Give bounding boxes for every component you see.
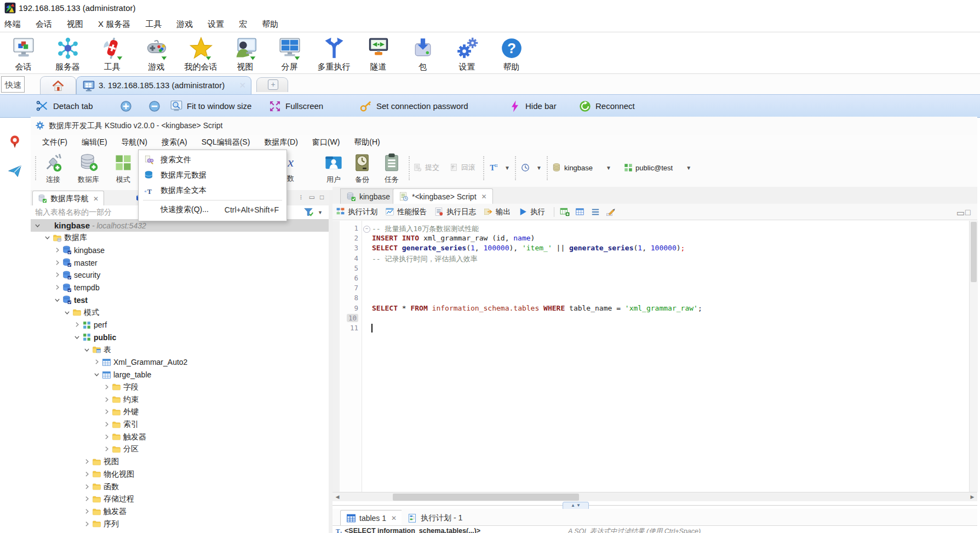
kstudio-menu-3[interactable]: 搜索(A): [154, 137, 194, 147]
chevron-collapsed-icon[interactable]: [54, 247, 61, 254]
minimize-editor-icon[interactable]: ▭: [956, 208, 964, 215]
menu-7[interactable]: 宏: [239, 19, 247, 30]
toolbar-button-packages[interactable]: 包: [400, 32, 445, 73]
chevron-collapsed-icon[interactable]: [83, 520, 91, 528]
tree-item-约束[interactable]: 约束: [31, 393, 329, 406]
editor-action-perf-report[interactable]: 性能报告: [385, 207, 427, 217]
chevron-expanded-icon[interactable]: [93, 371, 101, 379]
results-filter-bar[interactable]: T <SELECT information_schema.tables(...)…: [333, 525, 977, 533]
menu-1[interactable]: 会话: [36, 19, 52, 30]
tree-item-触发器[interactable]: 触发器: [31, 506, 329, 518]
toolbar-button-games[interactable]: 游戏: [134, 32, 179, 73]
tab-exec-plan-result[interactable]: 执行计划 - 1: [402, 510, 468, 526]
filter-funnel-icon[interactable]: [303, 207, 314, 217]
tree-item-序列[interactable]: 序列: [31, 518, 329, 530]
tree-item-test[interactable]: test: [31, 294, 329, 306]
kstudio-menu-4[interactable]: SQL编辑器(S): [194, 137, 257, 147]
tree-item-索引[interactable]: 索引: [31, 419, 329, 431]
tree-item-物化视图[interactable]: 物化视图: [31, 468, 329, 480]
editor-action-run[interactable]: 执行: [518, 207, 545, 217]
grid-green-icon[interactable]: [560, 207, 570, 217]
home-tab[interactable]: [40, 76, 76, 95]
toolbar-button-servers[interactable]: 服务器: [45, 32, 90, 73]
view-menu-icon[interactable]: ⁝: [297, 193, 305, 202]
quick-connect-box[interactable]: 快速: [1, 76, 25, 93]
chevron-collapsed-icon[interactable]: [83, 495, 91, 503]
close-tab-icon[interactable]: ✕: [239, 81, 246, 90]
kstudio-menu-1[interactable]: 编辑(E): [74, 137, 114, 147]
tree-item-perf[interactable]: perf: [31, 319, 329, 331]
tree-item-tempdb[interactable]: tempdb: [31, 282, 329, 294]
chevron-collapsed-icon[interactable]: [54, 259, 61, 267]
action-detach-tab[interactable]: Detach tab: [36, 95, 93, 117]
tree-item-分区[interactable]: 分区: [31, 443, 329, 456]
minimize-panel-icon[interactable]: ▭: [308, 193, 316, 202]
chevron-collapsed-icon[interactable]: [103, 445, 111, 453]
send-plane-icon[interactable]: [7, 163, 22, 179]
kstudio-menu-5[interactable]: 数据库(D): [257, 137, 305, 147]
tree-item-触发器[interactable]: 触发器: [31, 431, 329, 443]
tree-item-large_table[interactable]: large_table: [31, 369, 329, 381]
tree-item-表[interactable]: 表: [31, 343, 329, 356]
tree-item-public[interactable]: public: [31, 331, 329, 343]
toolbar-button-tunnel[interactable]: 隧道: [356, 32, 400, 73]
sessions-pin-icon[interactable]: [7, 134, 22, 149]
results-splitter[interactable]: ▲ ▼: [333, 501, 977, 509]
close-icon[interactable]: ✕: [93, 195, 99, 203]
chevron-expanded-icon[interactable]: [44, 234, 51, 242]
tree-item-视图[interactable]: 视图: [31, 456, 329, 468]
chevron-collapsed-icon[interactable]: [83, 483, 91, 491]
action-hide-bar[interactable]: Hide bar: [508, 95, 557, 117]
chevron-collapsed-icon[interactable]: [103, 396, 111, 404]
chevron-expanded-icon[interactable]: [34, 222, 42, 230]
menu-item-db-fulltext[interactable]: «T数据库全文本: [139, 183, 286, 198]
menu-3[interactable]: X 服务器: [98, 19, 130, 30]
session-tab-active[interactable]: 3. 192.168.185.133 (administrator) ✕: [76, 76, 251, 95]
chevron-collapsed-icon[interactable]: [73, 321, 81, 329]
panel-divider[interactable]: [329, 190, 333, 533]
menu-8[interactable]: 帮助: [262, 19, 278, 30]
menu-5[interactable]: 游戏: [176, 19, 193, 30]
fold-marker-icon[interactable]: −: [363, 226, 370, 233]
toolbar-button-settings[interactable]: 设置: [445, 32, 489, 73]
tree-item-security[interactable]: security: [31, 269, 329, 282]
tree-item-函数[interactable]: 函数: [31, 480, 329, 493]
action-set-connection-password[interactable]: Set connection password: [359, 95, 468, 117]
rollback-button[interactable]: 回滚: [449, 163, 475, 173]
kstudio-menu-6[interactable]: 窗口(W): [305, 137, 347, 147]
schema-selector[interactable]: public@test ▼: [623, 163, 691, 173]
pencil-icon[interactable]: [606, 207, 616, 217]
chevron-collapsed-icon[interactable]: [103, 421, 111, 428]
kstudio-menu-0[interactable]: 文件(F): [35, 137, 74, 147]
tree-item-存储过程[interactable]: 存储过程: [31, 493, 329, 506]
tree-item-字段[interactable]: 字段: [31, 381, 329, 393]
tree-item-master[interactable]: master: [31, 256, 329, 269]
sql-editor[interactable]: 1−-- 批量插入10万条数据测试性能2INSERT INTO xml_gram…: [333, 221, 977, 492]
lines-icon[interactable]: [591, 207, 600, 217]
tab-script[interactable]: *<kingbase> Script ✕: [393, 188, 493, 204]
chevron-expanded-icon[interactable]: [83, 346, 91, 354]
vscroll-thumb[interactable]: [971, 222, 977, 282]
new-tab-button[interactable]: +: [256, 77, 288, 92]
action-fullscreen[interactable]: Fullscreen: [268, 95, 323, 117]
chevron-collapsed-icon[interactable]: [83, 458, 91, 466]
kstudio-menu-7[interactable]: 帮助(H): [347, 137, 387, 147]
tasks-button[interactable]: 任务: [381, 153, 402, 185]
chevron-expanded-icon[interactable]: [73, 334, 81, 341]
chevron-collapsed-icon[interactable]: [103, 383, 111, 391]
grid-blue-icon[interactable]: [575, 207, 585, 217]
toolbar-button-view[interactable]: 视图: [223, 32, 267, 73]
chevron-collapsed-icon[interactable]: [83, 471, 91, 478]
menu-item-quick-search[interactable]: 快速搜索(Q)...Ctrl+Alt+Shift+F: [139, 202, 286, 217]
commit-button[interactable]: 提交: [413, 163, 439, 173]
chevron-collapsed-icon[interactable]: [54, 284, 61, 291]
toolbar-button-split-screen[interactable]: 分屏: [267, 32, 312, 73]
action-zoom-out-icon[interactable]: [148, 95, 165, 117]
database-selector[interactable]: kingbase ▼: [552, 163, 611, 173]
tab-tables-result[interactable]: tables 1 ✕: [340, 510, 403, 526]
history-button[interactable]: ▼: [520, 163, 542, 173]
chevron-expanded-icon[interactable]: [54, 296, 61, 304]
new-connection-button[interactable]: 连接: [43, 153, 64, 185]
tree-item-kingbase[interactable]: kingbase: [31, 244, 329, 256]
action-reconnect[interactable]: Reconnect: [578, 95, 635, 117]
